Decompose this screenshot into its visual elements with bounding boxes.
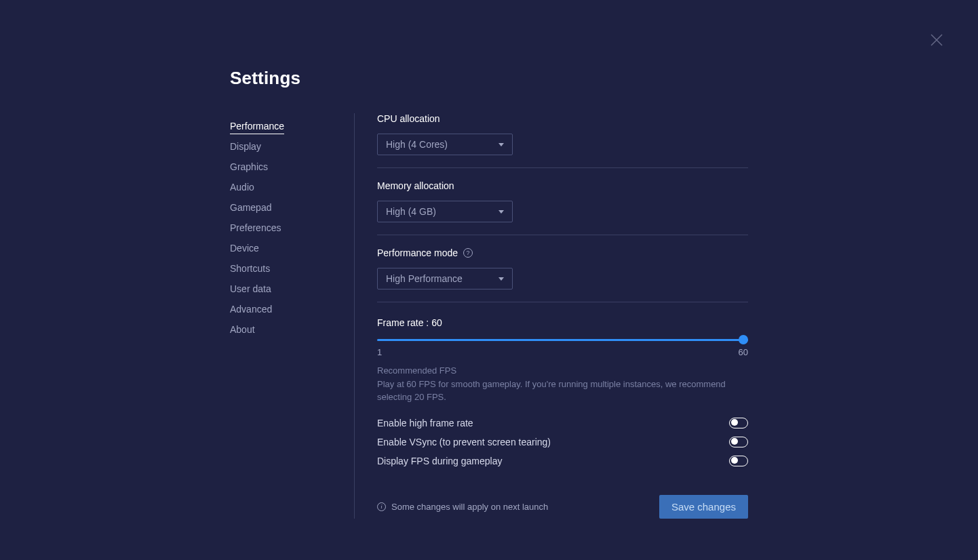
enable-high-frame-rate-label: Enable high frame rate: [377, 418, 473, 428]
sidebar-item-advanced[interactable]: Advanced: [230, 299, 354, 319]
cpu-allocation-select[interactable]: High (4 Cores): [377, 134, 513, 155]
memory-allocation-value: High (4 GB): [386, 206, 436, 217]
chevron-down-icon: [498, 210, 504, 214]
memory-allocation-label: Memory allocation: [377, 180, 748, 191]
recommended-fps-text: Play at 60 FPS for smooth gameplay. If y…: [377, 378, 748, 404]
memory-allocation-select[interactable]: High (4 GB): [377, 201, 513, 222]
enable-vsync-label: Enable VSync (to prevent screen tearing): [377, 437, 551, 447]
sidebar-item-performance[interactable]: Performance: [230, 116, 354, 136]
slider-thumb[interactable]: [739, 335, 748, 344]
enable-high-frame-rate-toggle[interactable]: [729, 418, 748, 428]
sidebar-item-about[interactable]: About: [230, 319, 354, 340]
chevron-down-icon: [498, 277, 504, 281]
sidebar-item-preferences[interactable]: Preferences: [230, 218, 354, 238]
sidebar-item-shortcuts[interactable]: Shortcuts: [230, 258, 354, 279]
chevron-down-icon: [498, 143, 504, 146]
page-title: Settings: [230, 68, 748, 89]
recommended-fps-title: Recommended FPS: [377, 365, 748, 376]
help-icon[interactable]: ?: [463, 248, 473, 258]
frame-rate-label: Frame rate : 60: [377, 317, 748, 328]
settings-sidebar: Performance Display Graphics Audio Gamep…: [230, 113, 355, 519]
sidebar-item-graphics[interactable]: Graphics: [230, 157, 354, 177]
frame-rate-slider[interactable]: [377, 335, 748, 344]
sidebar-item-device[interactable]: Device: [230, 238, 354, 258]
sidebar-item-display[interactable]: Display: [230, 136, 354, 157]
cpu-allocation-value: High (4 Cores): [386, 139, 448, 150]
info-icon: i: [377, 502, 386, 511]
sidebar-item-gamepad[interactable]: Gamepad: [230, 197, 354, 218]
cpu-allocation-label: CPU allocation: [377, 113, 748, 124]
performance-mode-select[interactable]: High Performance: [377, 268, 513, 289]
display-fps-label: Display FPS during gameplay: [377, 456, 502, 466]
frame-rate-min: 1: [377, 347, 382, 357]
performance-mode-value: High Performance: [386, 273, 463, 284]
footer-note-text: Some changes will apply on next launch: [391, 502, 548, 512]
sidebar-item-user-data[interactable]: User data: [230, 279, 354, 299]
enable-vsync-toggle[interactable]: [729, 437, 748, 447]
frame-rate-max: 60: [739, 347, 748, 357]
sidebar-item-audio[interactable]: Audio: [230, 177, 354, 197]
performance-mode-label: Performance mode: [377, 247, 458, 258]
close-icon[interactable]: [931, 34, 943, 46]
save-changes-button[interactable]: Save changes: [659, 495, 748, 519]
display-fps-toggle[interactable]: [729, 456, 748, 466]
